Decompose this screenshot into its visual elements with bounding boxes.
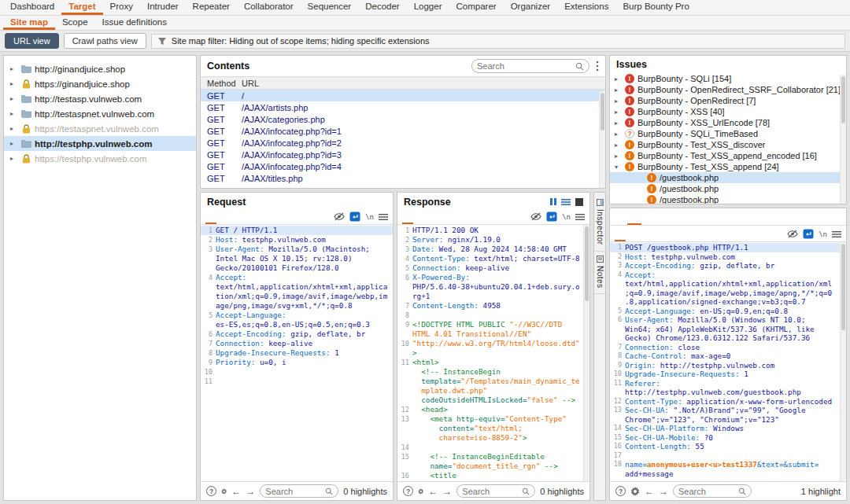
- code-line[interactable]: 4 Accept:: [201, 273, 393, 282]
- wrap-lines-icon[interactable]: [349, 212, 360, 222]
- issue-row[interactable]: ▸ BurpBounty - Test_XSS_append_encoded […: [610, 150, 846, 161]
- tab-target[interactable]: Target: [61, 0, 102, 15]
- help-icon[interactable]: [403, 486, 413, 496]
- contents-search-input[interactable]: [477, 61, 575, 71]
- issue-row[interactable]: ▸ BurpBounty - SQLi_TimeBased: [610, 128, 846, 139]
- help-icon[interactable]: [206, 486, 216, 496]
- code-line[interactable]: mplate.dwt.php": [397, 386, 589, 395]
- tab-organizer[interactable]: Organizer: [504, 0, 558, 15]
- expand-chevron-icon[interactable]: ▸: [615, 120, 622, 127]
- editor-tab[interactable]: [426, 219, 437, 224]
- more-options-icon[interactable]: [596, 61, 599, 72]
- code-line[interactable]: template="/Templates/main_dynamic_te: [397, 377, 589, 386]
- code-line[interactable]: 8 Cache-Control: max-age=0: [610, 351, 846, 361]
- contents-row[interactable]: GET /AJAX/infocateg.php?id=1: [201, 125, 605, 137]
- code-line[interactable]: PHP/5.6.40-38+ubuntu20.04.1+deb.sury.o: [397, 282, 589, 292]
- code-line[interactable]: es-ES,es;q=0.8,en-US;q=0.5,en;q=0.3: [201, 320, 393, 329]
- code-line[interactable]: 4 Content-Type: text/html; charset=UTF-8: [397, 254, 589, 263]
- issue-row[interactable]: ▾ BurpBounty - Test_XSS_append [24]: [610, 161, 846, 172]
- code-line[interactable]: codeOutsideHTMLIsLocked="false" -->: [397, 395, 589, 405]
- request-editor[interactable]: 1 GET / HTTP/1.1 2 Host: testphp.vulnweb…: [201, 225, 393, 481]
- code-line[interactable]: 4 Accept:: [610, 270, 846, 280]
- code-line[interactable]: 5 Accept-Language: en-US;q=0.9,en;q=0.8: [610, 307, 846, 316]
- editor-menu-icon[interactable]: [575, 213, 585, 221]
- code-line[interactable]: 8: [397, 311, 589, 320]
- code-line[interactable]: text/html,application/xhtml+xml,applicat…: [610, 279, 846, 289]
- issue-row[interactable]: ▸ BurpBounty - OpenRedirect [7]: [610, 95, 846, 106]
- editor-tab[interactable]: [626, 236, 638, 241]
- editor-tab[interactable]: [638, 236, 649, 241]
- tab-logger[interactable]: Logger: [407, 0, 449, 15]
- code-line[interactable]: 11: [201, 377, 393, 386]
- editor-tab[interactable]: [402, 219, 413, 224]
- code-line[interactable]: 15 Sec-CH-UA-Mobile: ?0: [610, 433, 846, 443]
- code-line[interactable]: .8,application/signed-exchange;v=b3;q=0.…: [610, 297, 846, 307]
- sitemap-host-row[interactable]: ▸ http://testasp.vulnweb.com: [4, 91, 196, 106]
- newline-chars-icon[interactable]: [819, 230, 827, 238]
- code-line[interactable]: 5 Accept-Language:: [201, 311, 393, 320]
- code-line[interactable]: 1 POST /guestbook.php HTTP/1.1: [610, 243, 846, 252]
- sitemap-host-row[interactable]: ▸ http://testaspnet.vulnweb.com: [4, 106, 196, 121]
- editor-tab[interactable]: [438, 219, 449, 224]
- code-line[interactable]: 17: [610, 451, 846, 461]
- tab-collaborator[interactable]: Collaborator: [237, 0, 301, 15]
- expand-chevron-icon[interactable]: ▸: [10, 65, 17, 72]
- next-match-icon[interactable]: →: [246, 487, 255, 496]
- code-line[interactable]: 2 Server: nginx/1.19.0: [397, 235, 589, 245]
- expand-chevron-icon[interactable]: ▸: [615, 131, 622, 138]
- expand-chevron-icon[interactable]: ▸: [10, 125, 17, 132]
- expand-chevron-icon[interactable]: ▸: [10, 110, 17, 117]
- notes-tab[interactable]: Notes: [594, 252, 605, 295]
- pause-updates-icon[interactable]: [550, 198, 556, 205]
- response-search-input[interactable]: [462, 487, 522, 496]
- code-line[interactable]: ;q=0.9,image/avif,image/webp,image/apng,…: [610, 289, 846, 298]
- split-view-icon[interactable]: [561, 198, 571, 206]
- newline-chars-icon[interactable]: [365, 213, 374, 221]
- contents-row[interactable]: GET /AJAX/titles.php: [201, 172, 605, 184]
- code-line[interactable]: 18 name=anonymous+user<u>test1337&text=&…: [610, 460, 846, 469]
- request-search-input[interactable]: [265, 487, 325, 496]
- code-line[interactable]: 16 <title: [397, 471, 589, 480]
- eye-slash-icon[interactable]: [787, 230, 798, 238]
- editor-tab[interactable]: [414, 219, 425, 224]
- expand-chevron-icon[interactable]: ▸: [615, 153, 622, 160]
- code-line[interactable]: tion/xml;q=0.9,image/avif,image/webp,im: [201, 292, 393, 301]
- editor-tab[interactable]: [217, 219, 228, 224]
- code-line[interactable]: 11 Referer:: [610, 379, 846, 388]
- code-line[interactable]: 2 Host: testphp.vulnweb.com: [610, 252, 846, 262]
- sitemap-host-row[interactable]: ▸ https://testaspnet.vulnweb.com: [4, 121, 196, 136]
- editor-tab[interactable]: [205, 219, 216, 224]
- contents-row[interactable]: GET /AJAX/artists.php: [201, 101, 605, 113]
- code-line[interactable]: 13 Sec-CH-UA: ".Not/A)Brand";v="99", "Go…: [610, 406, 846, 415]
- code-line[interactable]: 9 <!DOCTYPE HTML PUBLIC "-//W3C//DTD: [397, 320, 589, 329]
- contents-row[interactable]: GET /: [201, 90, 605, 101]
- contents-row[interactable]: GET /AJAX/categories.php: [201, 113, 605, 125]
- tab-proxy[interactable]: Proxy: [103, 0, 140, 15]
- code-line[interactable]: 3 User-Agent: Mozilla/5.0 (Macintosh;: [201, 245, 393, 254]
- issue-row[interactable]: ▸ BurpBounty - XSS_UrlEncode [78]: [610, 117, 846, 128]
- contents-search[interactable]: [471, 59, 589, 73]
- detail-tab[interactable]: [613, 219, 627, 225]
- sitemap-filter-bar[interactable]: Site map filter: Hiding out of scope ite…: [151, 34, 845, 49]
- contents-scrollbar[interactable]: [599, 91, 605, 188]
- code-line[interactable]: >: [397, 348, 589, 358]
- code-line[interactable]: 14 Sec-CH-UA-Platform: Windows: [610, 424, 846, 433]
- sitemap-host-row[interactable]: ▸ https://testphp.vulnweb.com: [4, 151, 196, 166]
- expand-chevron-icon[interactable]: ▸: [615, 86, 622, 94]
- code-line[interactable]: 7 Content-Length: 4958: [397, 301, 589, 311]
- response-editor[interactable]: 1 HTTP/1.1 200 OK 2 Server: nginx/1.19.0…: [397, 225, 589, 481]
- editor-tab[interactable]: [615, 236, 626, 241]
- detail-tab[interactable]: [627, 219, 641, 225]
- code-line[interactable]: Win64; x64) AppleWebKit/537.36 (KHTML, l…: [610, 325, 846, 334]
- code-line[interactable]: 5 Connection: keep-alive: [397, 263, 589, 273]
- code-line[interactable]: 13 <meta http-equiv="Content-Type": [397, 414, 589, 424]
- issue-row[interactable]: ▸ BurpBounty - SQLi [154]: [610, 73, 846, 84]
- tab-intruder[interactable]: Intruder: [140, 0, 186, 15]
- code-line[interactable]: name="document_title_rgn" -->: [397, 462, 589, 471]
- tab-repeater[interactable]: Repeater: [186, 0, 237, 15]
- code-line[interactable]: 12 Content-Type: application/x-www-form-…: [610, 397, 846, 407]
- issue-request-editor[interactable]: 1 POST /guestbook.php HTTP/1.1 2 Host: t…: [610, 242, 846, 481]
- settings-gear-icon[interactable]: [418, 487, 423, 496]
- tab-dashboard[interactable]: Dashboard: [3, 0, 61, 15]
- code-line[interactable]: 12 <head>: [397, 405, 589, 414]
